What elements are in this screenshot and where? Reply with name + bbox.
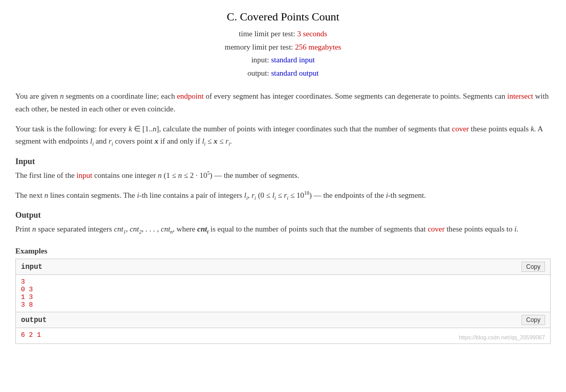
time-limit-value: 3 seconds	[297, 30, 327, 38]
page-title: C. Covered Points Count	[15, 10, 551, 24]
memory-limit-label: memory limit per test:	[225, 43, 295, 51]
output-value: standard output	[271, 69, 319, 77]
var-k-2: k	[531, 125, 534, 133]
input-value: standard input	[271, 56, 314, 64]
watermark: https://blog.csdn.net/qq_39599067	[459, 334, 545, 340]
highlight-intersect: intersect	[507, 92, 533, 100]
output-label: output:	[247, 69, 271, 77]
problem-description-1: You are given n segments on a coordinate…	[15, 90, 551, 116]
example-input-content: 3 0 3 1 3 3 8	[16, 275, 550, 312]
var-n-1: n	[60, 92, 64, 100]
time-limit-label: time limit per test:	[239, 30, 297, 38]
input-description-2: The next n lines contain segments. The i…	[15, 189, 551, 203]
highlight-endpoint: endpoint	[177, 92, 204, 100]
input-line-3: 1 3	[21, 293, 545, 301]
example-output-label: output	[21, 316, 47, 324]
var-k: k	[128, 125, 132, 133]
copy-output-button[interactable]: Copy	[522, 315, 545, 325]
input-label: input:	[251, 56, 271, 64]
output-info: output: standard output	[15, 67, 551, 80]
input-section-title: Input	[15, 157, 551, 166]
copy-input-button[interactable]: Copy	[522, 262, 545, 272]
examples-title: Examples	[15, 247, 551, 256]
example-output-header: output Copy	[16, 312, 550, 328]
input-info: input: standard input	[15, 54, 551, 67]
example-block: input Copy 3 0 3 1 3 3 8 output Copy 6 2…	[15, 259, 551, 344]
meta-info: time limit per test: 3 seconds memory li…	[15, 28, 551, 80]
input-line-2: 0 3	[21, 286, 545, 293]
example-output-content: 6 2 1 https://blog.csdn.net/qq_39599067	[16, 328, 550, 343]
example-input-header: input Copy	[16, 259, 550, 275]
problem-description-2: Your task is the following: for every k …	[15, 123, 551, 149]
output-section-title: Output	[15, 211, 551, 220]
time-limit: time limit per test: 3 seconds	[15, 28, 551, 41]
output-description: Print n space separated integers cnt1, c…	[15, 223, 551, 237]
memory-limit-value: 256 megabytes	[295, 43, 341, 51]
input-line-1: 3	[21, 278, 545, 286]
input-description-1: The first line of the input contains one…	[15, 169, 551, 182]
memory-limit: memory limit per test: 256 megabytes	[15, 41, 551, 54]
highlight-cover: cover	[452, 125, 469, 133]
example-input-label: input	[21, 263, 42, 271]
input-line-4: 3 8	[21, 301, 545, 309]
